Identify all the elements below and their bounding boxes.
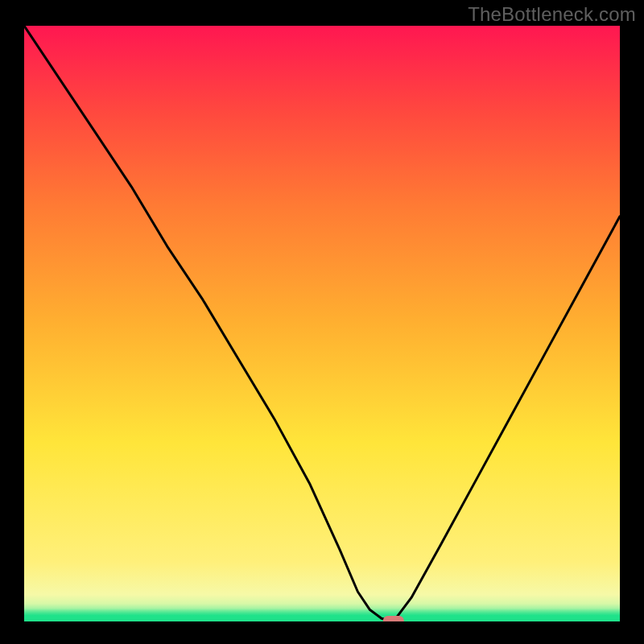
watermark-label: TheBottleneck.com	[468, 3, 636, 26]
bottleneck-plot	[24, 26, 620, 621]
plot-svg	[24, 26, 620, 621]
minimum-marker	[383, 616, 404, 621]
gradient-background	[24, 26, 620, 621]
chart-frame: TheBottleneck.com	[0, 0, 644, 644]
